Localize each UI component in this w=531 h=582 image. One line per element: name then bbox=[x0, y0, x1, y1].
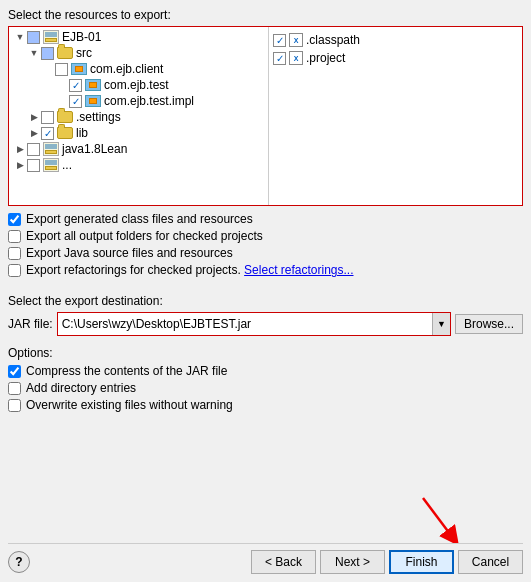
label-compress: Compress the contents of the JAR file bbox=[26, 364, 227, 378]
label-adddir: Add directory entries bbox=[26, 381, 136, 395]
browse-button[interactable]: Browse... bbox=[455, 314, 523, 334]
expand-ejb01[interactable]: ▼ bbox=[13, 30, 27, 44]
dialog: Select the resources to export: ▼ EJB-01… bbox=[0, 0, 531, 582]
tree-item-lib[interactable]: ▶ lib bbox=[11, 125, 266, 141]
svg-line-0 bbox=[423, 498, 453, 538]
checkbox-adddir[interactable] bbox=[8, 382, 21, 395]
options-label: Options: bbox=[8, 346, 523, 360]
tree-right: X .classpath X .project bbox=[269, 27, 522, 205]
label-java18: java1.8Lean bbox=[62, 142, 127, 156]
jar-input-wrap: ▼ bbox=[57, 312, 451, 336]
checkbox-row-export-output: Export all output folders for checked pr… bbox=[8, 229, 523, 243]
bottom-left: ? bbox=[8, 551, 30, 573]
expand-src[interactable]: ▼ bbox=[27, 46, 41, 60]
jar-dropdown[interactable]: ▼ bbox=[432, 313, 450, 335]
jar-label: JAR file: bbox=[8, 317, 53, 331]
checkbox-settings[interactable] bbox=[41, 111, 54, 124]
checkbox-classpath[interactable] bbox=[273, 34, 286, 47]
label-overwrite: Overwrite existing files without warning bbox=[26, 398, 233, 412]
expand-java18[interactable]: ▶ bbox=[13, 142, 27, 156]
expand-more[interactable]: ▶ bbox=[13, 158, 27, 172]
checkbox-client[interactable] bbox=[55, 63, 68, 76]
label-export-refactor: Export refactorings for checked projects… bbox=[26, 263, 354, 277]
checkbox-overwrite[interactable] bbox=[8, 399, 21, 412]
checkbox-export-output[interactable] bbox=[8, 230, 21, 243]
checkbox-row-export-java: Export Java source files and resources bbox=[8, 246, 523, 260]
label-ejb01: EJB-01 bbox=[62, 30, 101, 44]
tree-item-src[interactable]: ▼ src bbox=[11, 45, 266, 61]
tree-panel: ▼ EJB-01 ▼ src bbox=[8, 26, 523, 206]
dest-label: Select the export destination: bbox=[8, 294, 523, 308]
tree-item-more[interactable]: ▶ ... bbox=[11, 157, 266, 173]
select-resources-label: Select the resources to export: bbox=[8, 8, 523, 22]
bottom-bar: ? < Back Next > Finish Cancel bbox=[8, 543, 523, 574]
checkbox-export-refactor[interactable] bbox=[8, 264, 21, 277]
label-lib: lib bbox=[76, 126, 88, 140]
checkbox-row-overwrite: Overwrite existing files without warning bbox=[8, 398, 523, 412]
finish-arrow bbox=[383, 493, 463, 543]
tree-left[interactable]: ▼ EJB-01 ▼ src bbox=[9, 27, 269, 205]
jar-row: JAR file: ▼ Browse... bbox=[8, 312, 523, 336]
label-test: com.ejb.test bbox=[104, 78, 169, 92]
checkbox-row-adddir: Add directory entries bbox=[8, 381, 523, 395]
checkbox-impl[interactable] bbox=[69, 95, 82, 108]
checkbox-row-export-refactor: Export refactorings for checked projects… bbox=[8, 263, 523, 277]
expand-settings[interactable]: ▶ bbox=[27, 110, 41, 124]
tree-item-ejb01[interactable]: ▼ EJB-01 bbox=[11, 29, 266, 45]
label-export-java: Export Java source files and resources bbox=[26, 246, 233, 260]
export-options: Export generated class files and resourc… bbox=[8, 212, 523, 280]
checkbox-row-compress: Compress the contents of the JAR file bbox=[8, 364, 523, 378]
checkbox-export-class[interactable] bbox=[8, 213, 21, 226]
options-area: Options: Compress the contents of the JA… bbox=[8, 346, 523, 415]
select-refactorings-link[interactable]: Select refactorings... bbox=[244, 263, 353, 277]
next-button[interactable]: Next > bbox=[320, 550, 385, 574]
tree-item-impl[interactable]: com.ejb.test.impl bbox=[11, 93, 266, 109]
checkbox-lib[interactable] bbox=[41, 127, 54, 140]
checkbox-compress[interactable] bbox=[8, 365, 21, 378]
tree-item-settings[interactable]: ▶ .settings bbox=[11, 109, 266, 125]
tree-item-test[interactable]: com.ejb.test bbox=[11, 77, 266, 93]
label-export-output: Export all output folders for checked pr… bbox=[26, 229, 263, 243]
finish-button[interactable]: Finish bbox=[389, 550, 454, 574]
label-impl: com.ejb.test.impl bbox=[104, 94, 194, 108]
dest-section: Select the export destination: JAR file:… bbox=[8, 294, 523, 340]
label-export-class: Export generated class files and resourc… bbox=[26, 212, 253, 226]
label-classpath: .classpath bbox=[306, 33, 360, 47]
checkbox-test[interactable] bbox=[69, 79, 82, 92]
checkbox-src[interactable] bbox=[41, 47, 54, 60]
right-item-project[interactable]: X .project bbox=[273, 49, 518, 67]
checkbox-export-java[interactable] bbox=[8, 247, 21, 260]
checkbox-java18[interactable] bbox=[27, 143, 40, 156]
label-settings: .settings bbox=[76, 110, 121, 124]
checkbox-more[interactable] bbox=[27, 159, 40, 172]
back-button[interactable]: < Back bbox=[251, 550, 316, 574]
checkbox-row-export-class: Export generated class files and resourc… bbox=[8, 212, 523, 226]
label-more: ... bbox=[62, 158, 72, 172]
help-button[interactable]: ? bbox=[8, 551, 30, 573]
bottom-right: < Back Next > Finish Cancel bbox=[251, 550, 523, 574]
right-item-classpath[interactable]: X .classpath bbox=[273, 31, 518, 49]
tree-item-java18[interactable]: ▶ java1.8Lean bbox=[11, 141, 266, 157]
expand-lib[interactable]: ▶ bbox=[27, 126, 41, 140]
label-src: src bbox=[76, 46, 92, 60]
tree-item-client[interactable]: com.ejb.client bbox=[11, 61, 266, 77]
checkbox-project[interactable] bbox=[273, 52, 286, 65]
cancel-button[interactable]: Cancel bbox=[458, 550, 523, 574]
checkbox-ejb01[interactable] bbox=[27, 31, 40, 44]
jar-input[interactable] bbox=[58, 315, 432, 333]
label-project: .project bbox=[306, 51, 345, 65]
label-client: com.ejb.client bbox=[90, 62, 163, 76]
